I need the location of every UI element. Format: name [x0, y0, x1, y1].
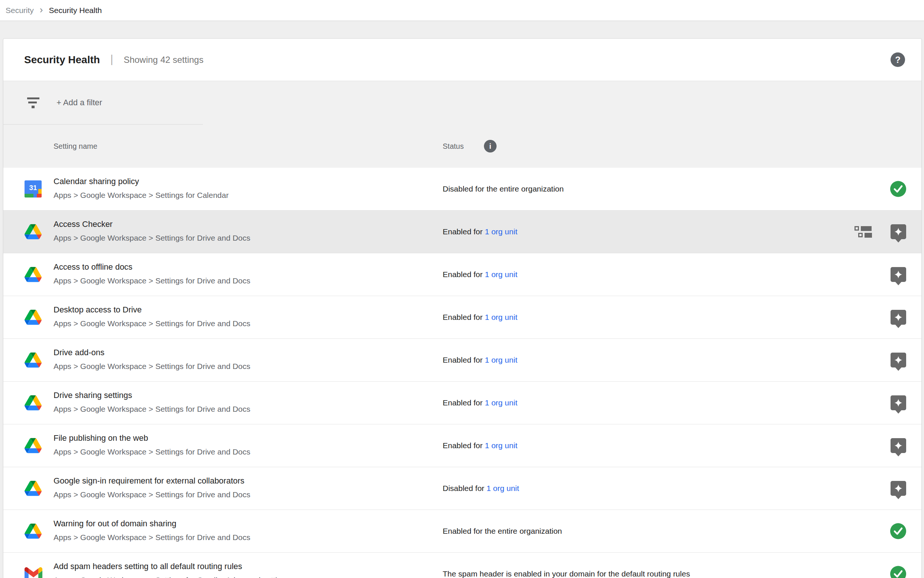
breadcrumb-item-security[interactable]: Security [6, 6, 34, 15]
setting-row[interactable]: Warning for out of domain sharing Apps >… [3, 510, 921, 553]
filter-row: + Add a filter [3, 81, 921, 124]
drive-icon [24, 310, 42, 325]
setting-status: Enabled for the entire organization [443, 527, 562, 536]
setting-status: Disabled for1 org unit [443, 484, 519, 493]
status-text: Enabled for [443, 270, 482, 279]
setting-path: Apps > Google Workspace > Settings for D… [53, 490, 251, 499]
setting-title: Desktop access to Drive [53, 305, 142, 315]
setting-path: Apps > Google Workspace > Settings for D… [53, 533, 251, 542]
org-unit-link[interactable]: 1 org unit [485, 356, 517, 364]
setting-row[interactable]: Access to offline docs Apps > Google Wor… [3, 253, 921, 296]
setting-row[interactable]: Access Checker Apps > Google Workspace >… [3, 211, 921, 253]
status-ok-icon [890, 181, 906, 197]
settings-count: Showing 42 settings [124, 55, 204, 65]
recommendation-flag-icon[interactable] [890, 438, 906, 453]
status-ok-icon [890, 566, 906, 578]
status-text: Enabled for [443, 398, 482, 407]
title-separator: | [110, 53, 113, 65]
setting-path: Apps > Google Workspace > Settings for D… [53, 405, 251, 414]
status-text: The spam header is enabled in your domai… [443, 570, 690, 578]
setting-title: Drive add-ons [53, 348, 104, 357]
drive-icon [24, 438, 42, 453]
org-unit-link[interactable]: 1 org unit [485, 227, 517, 236]
trailing-icons [890, 523, 906, 539]
status-text: Enabled for [443, 313, 482, 321]
drive-icon [24, 524, 42, 539]
setting-title: Access Checker [53, 219, 113, 229]
breadcrumb: Security › Security Health [0, 0, 924, 21]
trailing-icons [854, 224, 906, 239]
status-text: Disabled for the entire organization [443, 185, 564, 193]
status-text: Enabled for [443, 441, 482, 450]
setting-row[interactable]: 31 Calendar sharing policy Apps > Google… [3, 168, 921, 211]
add-filter-button[interactable]: + Add a filter [57, 98, 102, 107]
recommendation-flag-icon[interactable] [890, 395, 906, 410]
recommendation-flag-icon[interactable] [890, 481, 906, 496]
status-ok-icon [890, 523, 906, 539]
trailing-icons [890, 481, 906, 496]
drive-icon [24, 395, 42, 411]
org-unit-link[interactable]: 1 org unit [485, 398, 517, 407]
setting-title: Warning for out of domain sharing [53, 519, 176, 529]
setting-path: Apps > Google Workspace > Settings for G… [53, 576, 290, 578]
setting-row[interactable]: Desktop access to Drive Apps > Google Wo… [3, 296, 921, 339]
recommendation-flag-icon[interactable] [890, 224, 906, 239]
breadcrumb-item-security-health: Security Health [49, 6, 102, 15]
table-header: Setting name Status i [3, 125, 921, 168]
recommendation-flag-icon[interactable] [890, 267, 906, 282]
setting-title: Calendar sharing policy [53, 177, 139, 186]
status-text: Enabled for [443, 227, 482, 236]
calendar-icon: 31 [24, 180, 42, 198]
inheritance-icon [854, 226, 872, 238]
filter-and-header-section: + Add a filter Setting name Status i [3, 81, 921, 168]
trailing-icons [890, 438, 906, 453]
info-icon[interactable]: i [484, 140, 497, 153]
setting-title: File publishing on the web [53, 434, 148, 443]
recommendation-flag-icon[interactable] [890, 310, 906, 325]
org-unit-link[interactable]: 1 org unit [487, 484, 519, 492]
setting-title: Drive sharing settings [53, 391, 132, 400]
setting-status: Enabled for1 org unit [443, 270, 517, 279]
drive-icon [24, 481, 42, 496]
setting-row[interactable]: File publishing on the web Apps > Google… [3, 424, 921, 467]
chevron-right-icon: › [40, 5, 43, 15]
trailing-icons [890, 267, 906, 282]
drive-icon [24, 267, 42, 282]
drive-icon [24, 224, 42, 240]
org-unit-link[interactable]: 1 org unit [485, 313, 517, 321]
trailing-icons [890, 395, 906, 410]
setting-status: Enabled for1 org unit [443, 398, 517, 407]
setting-row[interactable]: Drive add-ons Apps > Google Workspace > … [3, 339, 921, 382]
setting-row[interactable]: Add spam headers setting to all default … [3, 553, 921, 578]
setting-status: Enabled for1 org unit [443, 313, 517, 322]
setting-status: Enabled for1 org unit [443, 227, 517, 236]
status-text: Enabled for [443, 356, 482, 364]
trailing-icons [890, 566, 906, 578]
status-text: Disabled for [443, 484, 484, 492]
column-header-status: Status [443, 142, 464, 151]
setting-status: The spam header is enabled in your domai… [443, 570, 690, 578]
setting-title: Google sign-in requirement for external … [53, 476, 244, 486]
setting-title: Access to offline docs [53, 262, 132, 272]
setting-status: Enabled for1 org unit [443, 441, 517, 450]
setting-path: Apps > Google Workspace > Settings for D… [53, 362, 251, 371]
setting-row[interactable]: Drive sharing settings Apps > Google Wor… [3, 382, 921, 424]
filter-icon[interactable] [27, 97, 39, 108]
org-unit-link[interactable]: 1 org unit [485, 270, 517, 279]
setting-path: Apps > Google Workspace > Settings for D… [53, 276, 251, 285]
setting-path: Apps > Google Workspace > Settings for D… [53, 447, 251, 456]
settings-table-body: 31 Calendar sharing policy Apps > Google… [3, 168, 921, 578]
setting-path: Apps > Google Workspace > Settings for D… [53, 234, 251, 242]
org-unit-link[interactable]: 1 org unit [485, 441, 517, 450]
recommendation-flag-icon[interactable] [890, 352, 906, 367]
setting-row[interactable]: Google sign-in requirement for external … [3, 467, 921, 510]
setting-status: Enabled for1 org unit [443, 356, 517, 365]
security-health-card: Security Health | Showing 42 settings ? … [3, 38, 922, 578]
gmail-icon [24, 567, 42, 578]
setting-title: Add spam headers setting to all default … [53, 562, 242, 571]
trailing-icons [890, 352, 906, 367]
help-question-icon[interactable]: ? [890, 52, 905, 67]
page-title: Security Health [24, 54, 100, 66]
trailing-icons [890, 310, 906, 325]
status-text: Enabled for the entire organization [443, 527, 562, 535]
